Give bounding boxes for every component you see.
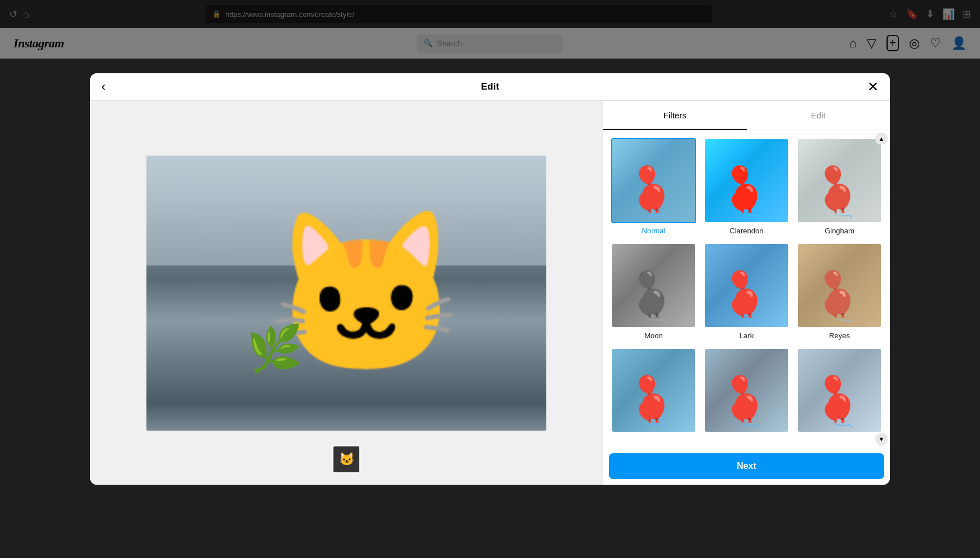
filter-label-lark: Lark — [740, 331, 754, 340]
modal-body: 🐱 🌿 🐱 Filters — [90, 101, 890, 485]
filter-thumb-moon: 🎈 — [611, 243, 696, 328]
filters-panel: Filters Edit ▲ 🎈 — [603, 101, 890, 485]
filter-label-reyes: Reyes — [829, 331, 850, 340]
modal-title: Edit — [481, 81, 499, 92]
edit-modal: ‹ Edit ✕ 🐱 🌿 — [90, 73, 890, 485]
filter-reyes[interactable]: 🎈 Reyes — [795, 241, 884, 342]
scroll-up-button[interactable]: ▲ — [875, 132, 888, 145]
scroll-down-button[interactable]: ▼ — [875, 433, 888, 445]
filter-row3-1[interactable]: 🎈 — [609, 346, 698, 439]
filter-thumb-gingham: 🎈 — [797, 138, 882, 223]
filter-thumb-reyes: 🎈 — [797, 243, 882, 328]
close-button[interactable]: ✕ — [867, 80, 879, 94]
thumbnail-item[interactable]: 🐱 — [332, 445, 360, 473]
filter-label-normal: Normal — [642, 227, 666, 235]
filter-lark[interactable]: 🎈 Lark — [702, 241, 791, 342]
filter-thumb-clarendon: 🎈 — [704, 138, 789, 223]
tab-filters[interactable]: Filters — [603, 101, 747, 130]
image-panel: 🐱 🌿 🐱 — [90, 101, 603, 485]
tab-edit[interactable]: Edit — [747, 101, 890, 130]
filter-moon[interactable]: 🎈 Moon — [609, 241, 698, 342]
next-button[interactable]: Next — [609, 453, 884, 479]
filter-label-clarendon: Clarendon — [730, 227, 764, 235]
modal-header: ‹ Edit ✕ — [90, 73, 890, 101]
filter-thumb-row3-1: 🎈 — [611, 348, 696, 433]
filter-row3-3[interactable]: 🎈 — [795, 346, 884, 439]
filter-clarendon[interactable]: 🎈 Clarendon — [702, 136, 791, 237]
thumbnail-strip: 🐱 — [332, 445, 360, 473]
filter-row3-2[interactable]: 🎈 — [702, 346, 791, 439]
back-button[interactable]: ‹ — [101, 81, 105, 93]
filter-gingham[interactable]: 🎈 Gingham — [795, 136, 884, 237]
filters-tabs: Filters Edit — [603, 101, 890, 130]
filter-thumb-normal: 🎈 — [611, 138, 696, 223]
filter-label-moon: Moon — [644, 331, 663, 340]
filters-grid-container[interactable]: ▲ 🎈 Normal — [603, 130, 890, 448]
modal-overlay: ‹ Edit ✕ 🐱 🌿 — [0, 0, 980, 558]
filter-label-gingham: Gingham — [825, 227, 854, 235]
filters-grid: 🎈 Normal 🎈 Clare — [609, 136, 884, 439]
filter-thumb-row3-2: 🎈 — [704, 348, 789, 433]
filter-thumb-lark: 🎈 — [704, 243, 789, 328]
filter-normal[interactable]: 🎈 Normal — [609, 136, 698, 237]
filter-thumb-row3-3: 🎈 — [797, 348, 882, 433]
